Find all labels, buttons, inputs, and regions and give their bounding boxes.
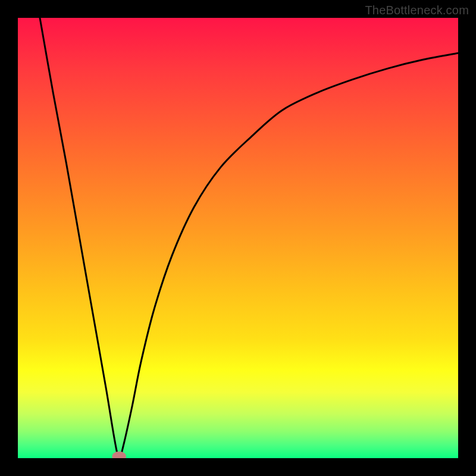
curve-layer bbox=[18, 18, 458, 458]
bottleneck-curve bbox=[40, 18, 458, 458]
chart-frame bbox=[18, 18, 458, 458]
minimum-marker bbox=[112, 452, 126, 458]
watermark-text: TheBottleneck.com bbox=[365, 4, 469, 17]
